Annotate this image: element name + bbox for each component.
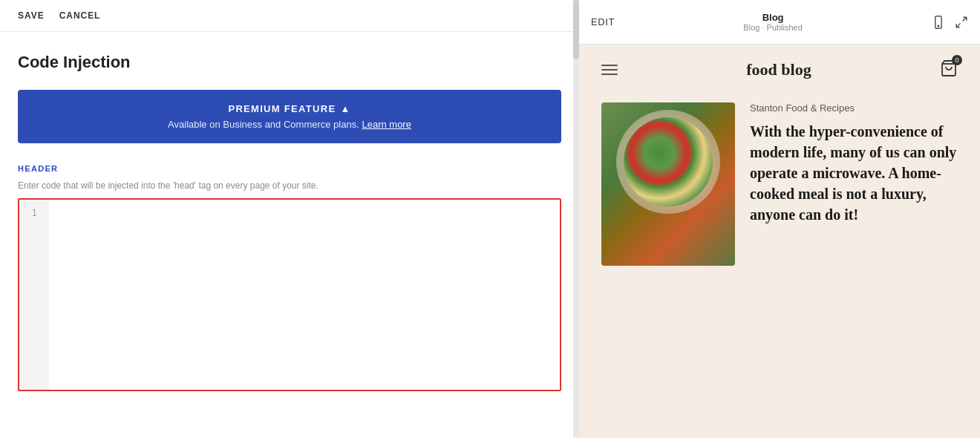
svg-line-3 xyxy=(956,23,960,27)
left-scrollbar[interactable] xyxy=(573,0,579,438)
scrollbar-thumb xyxy=(573,0,579,59)
top-bar: SAVE CANCEL xyxy=(0,0,579,32)
expand-icon-button[interactable] xyxy=(955,16,968,29)
header-section-label: HEADER xyxy=(18,164,561,173)
cancel-button[interactable]: CANCEL xyxy=(59,10,101,21)
header-code-input[interactable] xyxy=(49,200,560,390)
right-center-info: Blog Blog · Published xyxy=(743,12,803,32)
save-button[interactable]: SAVE xyxy=(18,10,45,21)
premium-title: PREMIUM FEATURE ▲ xyxy=(36,103,543,114)
right-panel: EDIT Blog Blog · Published xyxy=(579,0,980,438)
premium-subtitle: Available on Business and Commerce plans… xyxy=(36,119,543,130)
left-panel: SAVE CANCEL Code Injection PREMIUM FEATU… xyxy=(0,0,579,438)
right-icons xyxy=(931,15,968,30)
line-numbers: 1 xyxy=(19,200,49,390)
premium-banner: PREMIUM FEATURE ▲ Available on Business … xyxy=(18,90,561,143)
blog-post-category: Stanton Food & Recipes xyxy=(750,102,958,114)
blog-name: food blog xyxy=(746,60,811,79)
right-blog-title: Blog xyxy=(762,12,784,23)
hamburger-icon[interactable] xyxy=(601,65,618,75)
right-blog-status: Blog · Published xyxy=(743,23,803,32)
hamburger-line-3 xyxy=(601,73,618,75)
edit-label: EDIT xyxy=(591,16,615,27)
premium-icon: ▲ xyxy=(340,103,350,114)
svg-point-1 xyxy=(938,25,939,27)
learn-more-link[interactable]: Learn more xyxy=(362,119,411,130)
blog-post-image xyxy=(601,102,735,266)
left-content: Code Injection PREMIUM FEATURE ▲ Availab… xyxy=(0,32,579,438)
page-title: Code Injection xyxy=(18,53,561,72)
hamburger-line-2 xyxy=(601,69,618,71)
cart-icon-button[interactable]: 0 xyxy=(940,59,958,80)
hamburger-line-1 xyxy=(601,65,618,66)
right-top-bar: EDIT Blog Blog · Published xyxy=(579,0,980,45)
blog-post-text: Stanton Food & Recipes With the hyper-co… xyxy=(750,102,958,266)
blog-post-body: With the hyper-convenience of modern lif… xyxy=(750,121,958,225)
salad-image xyxy=(601,102,735,266)
blog-header: food blog 0 xyxy=(579,45,980,95)
cart-badge: 0 xyxy=(952,55,962,65)
preview-content: food blog 0 Stanton Food & Recipes With … xyxy=(579,45,980,438)
device-icon-button[interactable] xyxy=(931,15,946,30)
line-number-1: 1 xyxy=(31,206,36,220)
blog-post-row: Stanton Food & Recipes With the hyper-co… xyxy=(579,95,980,281)
svg-line-2 xyxy=(963,17,967,21)
header-section-desc: Enter code that will be injected into th… xyxy=(18,180,561,191)
code-editor-wrapper: 1 xyxy=(18,198,561,391)
